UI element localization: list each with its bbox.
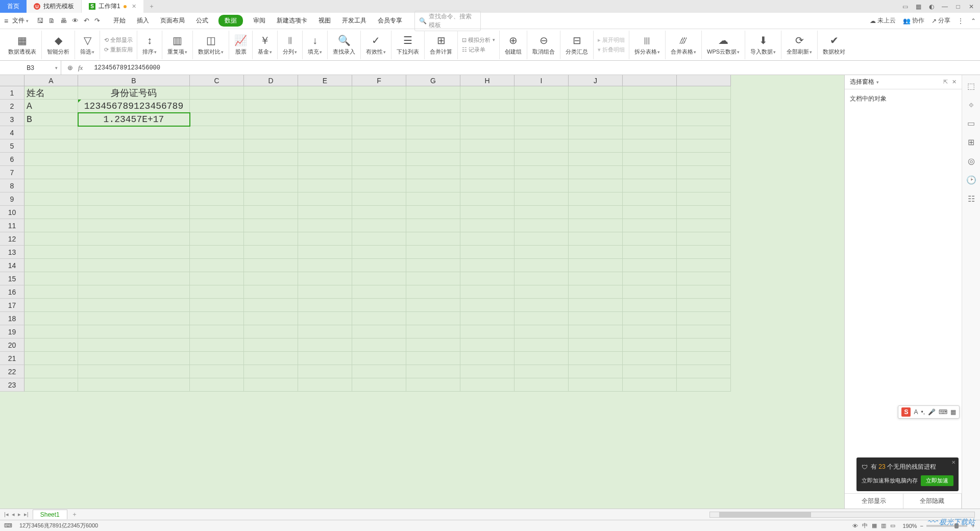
expand-formula-icon[interactable]: ⊕	[67, 64, 73, 72]
cell-J23[interactable]	[569, 378, 623, 392]
redo-icon[interactable]: ↷	[94, 17, 100, 25]
hamburger-icon[interactable]: ≡	[4, 17, 8, 25]
cell-G1[interactable]	[406, 86, 460, 100]
cell-H21[interactable]	[460, 352, 514, 365]
rb-import-data[interactable]: ⬇导入数据▾	[745, 31, 781, 59]
cell-G22[interactable]	[406, 365, 460, 378]
cell-H7[interactable]	[460, 166, 514, 179]
cell-C16[interactable]	[190, 285, 244, 299]
cell-E21[interactable]	[298, 352, 352, 365]
cell-F1[interactable]	[352, 86, 406, 100]
undo-icon[interactable]: ↶	[84, 17, 89, 25]
cell-I9[interactable]	[514, 192, 569, 206]
cell-G14[interactable]	[406, 259, 460, 272]
col-header-H[interactable]: H	[460, 75, 514, 86]
row-header-20[interactable]: 20	[0, 339, 24, 352]
print-preview-icon[interactable]: 👁	[72, 17, 79, 25]
row-header-17[interactable]: 17	[0, 299, 24, 312]
cell-H17[interactable]	[460, 299, 514, 312]
cell-H14[interactable]	[460, 259, 514, 272]
rb-split-table[interactable]: ⫼拆分表格▾	[629, 31, 666, 59]
row-header-14[interactable]: 14	[0, 259, 24, 272]
cell-E15[interactable]	[298, 272, 352, 285]
cell-J2[interactable]	[569, 100, 623, 113]
cell-F23[interactable]	[352, 378, 406, 392]
row-header-3[interactable]: 3	[0, 113, 24, 126]
cell-A14[interactable]	[24, 259, 78, 272]
cell-E6[interactable]	[298, 153, 352, 166]
notif-close-icon[interactable]: ✕	[951, 460, 955, 465]
cell-F8[interactable]	[352, 179, 406, 192]
rb-sort[interactable]: ↕排序▾	[137, 31, 162, 59]
cell-G18[interactable]	[406, 312, 460, 325]
cell-G20[interactable]	[406, 339, 460, 352]
cell-C7[interactable]	[190, 166, 244, 179]
cell-H11[interactable]	[460, 219, 514, 232]
cell-C5[interactable]	[190, 139, 244, 153]
cell-I1[interactable]	[514, 86, 569, 100]
cell-A11[interactable]	[24, 219, 78, 232]
row-header-15[interactable]: 15	[0, 272, 24, 285]
row-header-2[interactable]: 2	[0, 100, 24, 113]
cell-F22[interactable]	[352, 365, 406, 378]
cell-J15[interactable]	[569, 272, 623, 285]
cell-H6[interactable]	[460, 153, 514, 166]
cell-C8[interactable]	[190, 179, 244, 192]
sheet-add-button[interactable]: ＋	[67, 510, 82, 519]
cell-J7[interactable]	[569, 166, 623, 179]
rail-more-icon[interactable]: ☷	[968, 194, 975, 204]
tab-close-icon[interactable]: ✕	[132, 3, 136, 10]
cell-D9[interactable]	[244, 192, 298, 206]
cell-E1[interactable]	[298, 86, 352, 100]
tab-view[interactable]: 视图	[317, 15, 332, 27]
minimize-icon[interactable]: —	[940, 3, 949, 10]
col-header-B[interactable]: B	[78, 75, 190, 86]
cell-J1[interactable]	[569, 86, 623, 100]
cell-I21[interactable]	[514, 352, 569, 365]
collapse-ribbon-icon[interactable]: ⌃	[971, 17, 976, 25]
cell-G6[interactable]	[406, 153, 460, 166]
cell-I11[interactable]	[514, 219, 569, 232]
scrollbar-thumb[interactable]	[719, 512, 811, 517]
cell-H19[interactable]	[460, 325, 514, 339]
status-reading-view-icon[interactable]: ▭	[890, 522, 895, 529]
cell-C2[interactable]	[190, 100, 244, 113]
cell-I3[interactable]	[514, 113, 569, 126]
cell-F13[interactable]	[352, 246, 406, 259]
cell-H3[interactable]	[460, 113, 514, 126]
cell-D21[interactable]	[244, 352, 298, 365]
cell-H20[interactable]	[460, 339, 514, 352]
cell-A16[interactable]	[24, 285, 78, 299]
ime-voice-icon[interactable]: 🎤	[928, 408, 936, 416]
cell-H1[interactable]	[460, 86, 514, 100]
status-page-view-icon[interactable]: ▥	[881, 522, 886, 529]
cell-G11[interactable]	[406, 219, 460, 232]
rail-backup-icon[interactable]: 🕑	[966, 175, 976, 185]
zoom-out-icon[interactable]: −	[920, 523, 923, 529]
cell-C22[interactable]	[190, 365, 244, 378]
ime-toolbar[interactable]: S A •, 🎤 ⌨ ▦	[898, 405, 960, 419]
cell-A13[interactable]	[24, 246, 78, 259]
rb-subtotal[interactable]: ⊟分类汇总	[560, 31, 594, 59]
name-box[interactable]: B3 ▾	[0, 61, 61, 75]
cell-F11[interactable]	[352, 219, 406, 232]
rb-group-create[interactable]: ⊕创建组	[500, 31, 527, 59]
rb-refresh-all[interactable]: ⟳全部刷新▾	[781, 31, 818, 59]
cell-G23[interactable]	[406, 378, 460, 392]
rb-consolidate[interactable]: ⊞合并计算	[425, 31, 458, 59]
rb-text-to-columns[interactable]: ⫴分列▾	[278, 31, 303, 59]
sheet-last-icon[interactable]: ▸|	[24, 511, 29, 518]
cell-D19[interactable]	[244, 325, 298, 339]
cell-C6[interactable]	[190, 153, 244, 166]
cell-I23[interactable]	[514, 378, 569, 392]
cell-I10[interactable]	[514, 206, 569, 219]
fx-icon[interactable]: fx	[78, 64, 83, 72]
cell-D4[interactable]	[244, 126, 298, 139]
rb-data-check[interactable]: ✔数据校对	[818, 31, 850, 59]
cell-H22[interactable]	[460, 365, 514, 378]
cell-H15[interactable]	[460, 272, 514, 285]
row-header-10[interactable]: 10	[0, 206, 24, 219]
rail-style-icon[interactable]: ⟐	[969, 100, 974, 109]
cell-I14[interactable]	[514, 259, 569, 272]
cell-E16[interactable]	[298, 285, 352, 299]
